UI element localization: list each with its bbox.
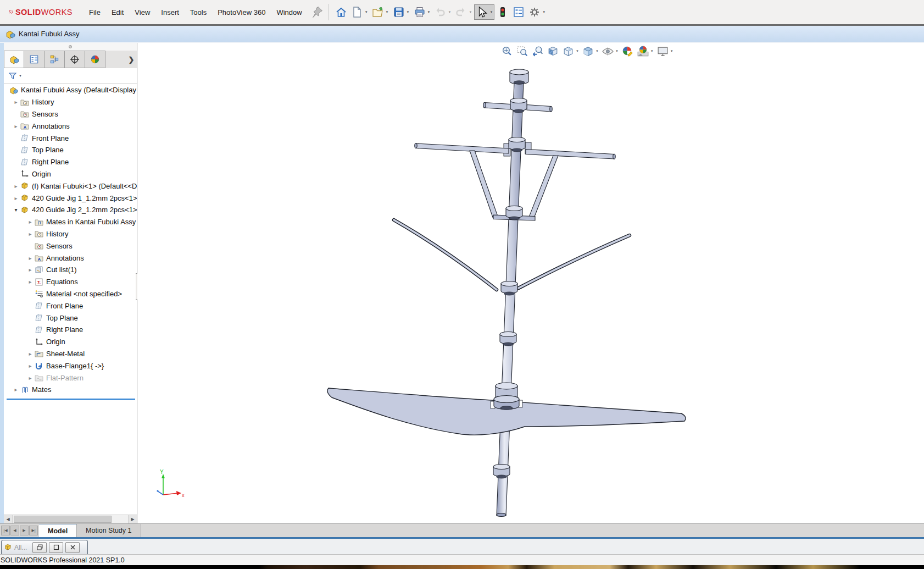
tree-expand-arrow-icon[interactable]: ▸	[26, 363, 35, 369]
dimxpertmanager-tab[interactable]	[65, 51, 85, 68]
dropdown-caret-icon[interactable]: ▼	[542, 10, 546, 14]
home-button[interactable]	[333, 4, 349, 20]
filter-funnel-icon[interactable]	[8, 71, 17, 80]
undo-button[interactable]: ▼	[432, 4, 453, 20]
tab-scroll-button-3[interactable]: ▶|	[29, 526, 38, 535]
tree-item-history[interactable]: ▸History	[4, 228, 137, 240]
menu-photoview-360[interactable]: PhotoView 360	[212, 4, 271, 20]
tree-item-annotations[interactable]: ▸AAnnotations	[4, 120, 137, 132]
dropdown-caret-icon[interactable]: ▼	[489, 10, 493, 14]
tree-item-material-not-specified[interactable]: Material <not specified>	[4, 288, 137, 300]
tree-expand-arrow-icon[interactable]: ▸	[26, 279, 35, 285]
dropdown-caret-icon[interactable]: ▼	[407, 10, 410, 14]
options-list-button[interactable]	[511, 4, 526, 20]
document-title-bar: Kantai Fubuki Assy	[0, 26, 924, 42]
scrollbar-thumb[interactable]	[14, 516, 112, 523]
tree-expand-arrow-icon[interactable]: ▸	[26, 375, 35, 381]
panel-tabs-overflow-button[interactable]: ❯	[125, 51, 137, 68]
maximize-window-button[interactable]	[49, 542, 63, 553]
tree-expand-arrow-icon[interactable]: ▸	[12, 183, 20, 189]
tree-item-mates-in-kantai-fubuki-assy[interactable]: ▸Mates in Kantai Fubuki Assy	[4, 216, 137, 228]
tree-item-f-kantai-fubuki-1-default-def[interactable]: ▸(f) Kantai Fubuki<1> (Default<<Def	[4, 180, 137, 192]
graphics-viewport[interactable]: ▼▼▼▼▼	[137, 43, 924, 523]
tree-expand-arrow-icon[interactable]: ▸	[26, 255, 35, 261]
tree-item-kantai-fubuki-assy-default-dis[interactable]: Kantai Fubuki Assy (Default<Display Sta	[4, 84, 137, 96]
panel-horizontal-scrollbar[interactable]: ◀ ▶	[4, 515, 137, 523]
tab-scroll-buttons: |◀◀▶▶|	[0, 524, 39, 537]
tree-item-sheet-metal[interactable]: ▸Sheet-Metal	[4, 348, 137, 360]
dropdown-caret-icon[interactable]: ▼	[365, 10, 368, 14]
tree-item-top-plane[interactable]: Top Plane	[4, 144, 137, 156]
propertymanager-tab[interactable]	[24, 51, 44, 68]
tree-item-origin[interactable]: Origin	[4, 336, 137, 348]
save-button[interactable]: ▼	[391, 4, 411, 20]
tree-item-origin[interactable]: Origin	[4, 168, 137, 180]
featuremanager-tab[interactable]	[4, 51, 24, 68]
scroll-left-button[interactable]: ◀	[4, 515, 13, 523]
tab-motion-study-1[interactable]: Motion Study 1	[77, 524, 141, 537]
dropdown-caret-icon[interactable]: ▼	[427, 10, 431, 14]
tree-item-front-plane[interactable]: Front Plane	[4, 132, 137, 144]
menu-tools[interactable]: Tools	[185, 4, 212, 20]
scroll-right-button[interactable]: ▶	[128, 515, 137, 523]
tree-item-top-plane[interactable]: Top Plane	[4, 312, 137, 324]
tab-scroll-button-0[interactable]: |◀	[1, 526, 10, 535]
menu-insert[interactable]: Insert	[155, 4, 185, 20]
tree-item-base-flange1[interactable]: ▸Base-Flange1{ ->}	[4, 360, 137, 372]
panel-splitter[interactable]	[4, 43, 137, 51]
restore-window-button[interactable]	[32, 542, 47, 553]
tree-item-annotations[interactable]: ▸AAnnotations	[4, 252, 137, 264]
tree-item-history[interactable]: ▸History	[4, 96, 137, 108]
pin-menubar-button[interactable]	[310, 4, 324, 20]
tree-expand-arrow-icon[interactable]: ▸	[26, 219, 35, 225]
tree-item-420-guide-jig-2-1-2mm-2pcs-1[interactable]: ▾420 Guide Jig 2_1.2mm 2pcs<1> -> (	[4, 204, 137, 216]
tree-item-right-plane[interactable]: Right Plane	[4, 324, 137, 336]
model-canvas[interactable]: Y x	[137, 43, 924, 523]
menu-file[interactable]: File	[84, 4, 106, 20]
minimized-document-window[interactable]: All...	[1, 540, 88, 554]
tree-item-420-guide-jig-1-1-2mm-2pcs-1[interactable]: ▸420 Guide Jig 1_1.2mm 2pcs<1> -> (	[4, 192, 137, 204]
configurationmanager-tab[interactable]	[44, 51, 65, 68]
tab-model[interactable]: Model	[39, 524, 77, 537]
tree-item-sensors[interactable]: Sensors	[4, 240, 137, 252]
print-button[interactable]: ▼	[412, 4, 432, 20]
tree-item-equations[interactable]: ▸ΣEquations	[4, 276, 137, 288]
cutlist-icon	[35, 266, 44, 274]
filter-caret-icon[interactable]: ▼	[19, 74, 22, 78]
tree-expand-arrow-icon[interactable]: ▸	[12, 99, 20, 105]
dropdown-caret-icon[interactable]: ▼	[386, 10, 389, 14]
tree-item-mates[interactable]: ▸Mates	[4, 384, 137, 396]
status-bar: SOLIDWORKS Professional 2021 SP1.0	[0, 554, 924, 565]
tree-expand-arrow-icon[interactable]: ▸	[12, 386, 20, 393]
tree-expand-arrow-icon[interactable]: ▸	[26, 231, 35, 237]
menu-edit[interactable]: Edit	[106, 4, 129, 20]
tree-item-flat-pattern[interactable]: ▸Flat-Pattern	[4, 372, 137, 384]
tree-expand-arrow-icon[interactable]: ▾	[12, 207, 20, 213]
close-window-button[interactable]	[65, 542, 80, 553]
menu-window[interactable]: Window	[271, 4, 307, 20]
tree-item-label: Kantai Fubuki Assy (Default<Display Sta	[21, 86, 137, 94]
open-button[interactable]: ▼	[370, 4, 391, 20]
dropdown-caret-icon[interactable]: ▼	[469, 10, 472, 14]
redo-button[interactable]: ▼	[453, 4, 474, 20]
undo-icon	[434, 6, 446, 18]
tree-item-front-plane[interactable]: Front Plane	[4, 300, 137, 312]
tab-scroll-button-1[interactable]: ◀	[10, 526, 19, 535]
tree-expand-arrow-icon[interactable]: ▸	[12, 195, 20, 201]
tree-item-cut-list-1[interactable]: ▸Cut list(1)	[4, 264, 137, 276]
tree-item-label: Front Plane	[46, 302, 83, 310]
select-button[interactable]: ▼	[474, 4, 494, 20]
menu-view[interactable]: View	[129, 4, 155, 20]
tree-expand-arrow-icon[interactable]: ▸	[12, 123, 20, 129]
displaymanager-tab[interactable]	[85, 51, 105, 68]
tree-expand-arrow-icon[interactable]: ▸	[26, 267, 35, 273]
selection-filter-button[interactable]	[495, 4, 510, 20]
tab-scroll-button-2[interactable]: ▶	[20, 526, 29, 535]
tree-item-sensors[interactable]: Sensors	[4, 108, 137, 120]
tree-expand-arrow-icon[interactable]: ▸	[26, 351, 35, 357]
new-document-button[interactable]: ▼	[349, 4, 370, 20]
dropdown-caret-icon[interactable]: ▼	[448, 10, 451, 14]
newdoc-icon	[351, 6, 363, 18]
options-button[interactable]: ▼	[527, 4, 547, 20]
tree-item-right-plane[interactable]: Right Plane	[4, 156, 137, 168]
